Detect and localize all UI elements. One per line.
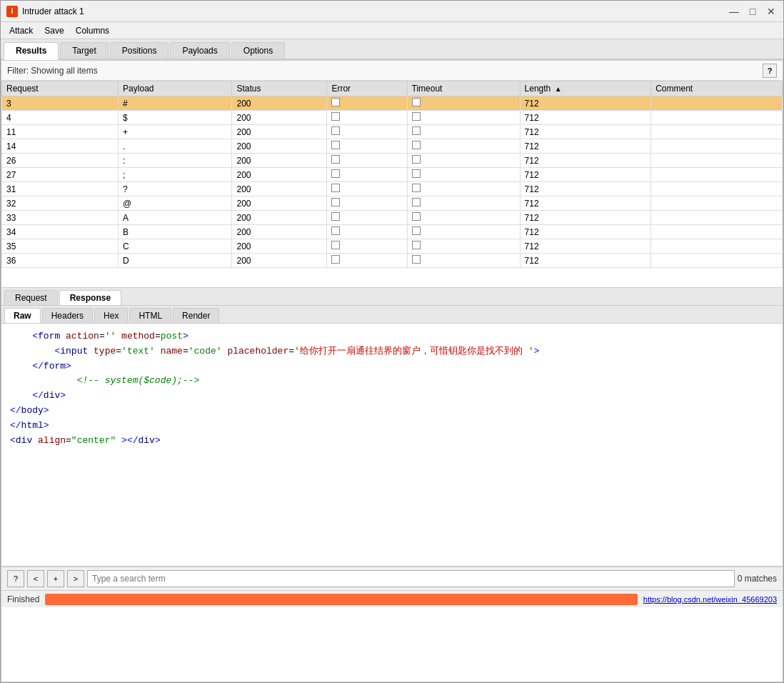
status-url[interactable]: https://blog.csdn.net/weixin_45669203 <box>643 595 777 604</box>
tab-results[interactable]: Results <box>4 42 59 60</box>
cell-status: 200 <box>232 254 327 268</box>
error-checkbox[interactable] <box>331 184 340 192</box>
prev-match-button[interactable]: < <box>27 570 44 587</box>
table-row[interactable]: 35C200712 <box>2 239 783 254</box>
cell-request: 26 <box>2 154 119 168</box>
tab-target[interactable]: Target <box>60 42 108 59</box>
table-row[interactable]: 27;200712 <box>2 168 783 182</box>
cell-request: 4 <box>2 111 119 125</box>
timeout-checkbox[interactable] <box>412 255 421 264</box>
cell-request: 3 <box>2 96 119 111</box>
error-checkbox[interactable] <box>331 126 340 135</box>
col-timeout[interactable]: Timeout <box>407 81 520 96</box>
col-comment[interactable]: Comment <box>651 81 783 96</box>
cell-comment <box>651 225 783 239</box>
cell-request: 32 <box>2 196 119 211</box>
cell-length: 712 <box>520 182 651 196</box>
timeout-checkbox[interactable] <box>412 226 421 235</box>
table-row[interactable]: 4$200712 <box>2 111 783 125</box>
tab-response[interactable]: Response <box>59 290 121 305</box>
col-status[interactable]: Status <box>232 81 327 96</box>
search-input[interactable] <box>87 570 735 587</box>
timeout-checkbox[interactable] <box>412 169 421 178</box>
timeout-checkbox[interactable] <box>412 184 421 192</box>
content-tab-headers[interactable]: Headers <box>42 308 93 323</box>
timeout-checkbox[interactable] <box>412 212 421 221</box>
error-checkbox[interactable] <box>331 155 340 164</box>
code-view[interactable]: <form action='' method=post> <input type… <box>1 324 783 567</box>
table-row[interactable]: 34B200712 <box>2 225 783 239</box>
error-checkbox[interactable] <box>331 241 340 249</box>
content-tab-raw[interactable]: Raw <box>4 308 41 323</box>
menu-attack[interactable]: Attack <box>4 24 39 37</box>
filter-bar: Filter: Showing all items ? <box>1 61 783 81</box>
cell-timeout <box>407 182 520 196</box>
error-checkbox[interactable] <box>331 98 340 106</box>
results-table-wrapper[interactable]: Request Payload Status Error Timeout Len… <box>1 81 783 288</box>
restore-button[interactable]: □ <box>746 5 759 18</box>
error-checkbox[interactable] <box>331 255 340 264</box>
col-length[interactable]: Length ▲ <box>520 81 651 96</box>
cell-error <box>327 182 407 196</box>
table-row[interactable]: 33A200712 <box>2 211 783 225</box>
cell-request: 34 <box>2 225 119 239</box>
tab-request[interactable]: Request <box>4 290 58 305</box>
help-search-button[interactable]: ? <box>7 570 24 587</box>
close-button[interactable]: ✕ <box>765 5 778 18</box>
table-row[interactable]: 26:200712 <box>2 154 783 168</box>
error-checkbox[interactable] <box>331 112 340 121</box>
error-checkbox[interactable] <box>331 198 340 206</box>
content-tab-render[interactable]: Render <box>173 308 219 323</box>
tab-positions[interactable]: Positions <box>110 42 169 59</box>
table-row[interactable]: 32@200712 <box>2 196 783 211</box>
timeout-checkbox[interactable] <box>412 98 421 106</box>
cell-payload: @ <box>119 196 232 211</box>
cell-status: 200 <box>232 239 327 254</box>
error-checkbox[interactable] <box>331 141 340 149</box>
tab-options[interactable]: Options <box>231 42 285 59</box>
timeout-checkbox[interactable] <box>412 112 421 121</box>
table-row[interactable]: 3#200712 <box>2 96 783 111</box>
add-highlight-button[interactable]: + <box>47 570 64 587</box>
table-row[interactable]: 36D200712 <box>2 254 783 268</box>
timeout-checkbox[interactable] <box>412 155 421 164</box>
app-icon: I <box>6 6 18 17</box>
code-line-4: <!-- system($code);--> <box>10 374 774 389</box>
app-window: I Intruder attack 1 — □ ✕ Attack Save Co… <box>0 0 784 683</box>
cell-payload: B <box>119 225 232 239</box>
cell-timeout <box>407 196 520 211</box>
timeout-checkbox[interactable] <box>412 126 421 135</box>
timeout-checkbox[interactable] <box>412 241 421 249</box>
cell-status: 200 <box>232 211 327 225</box>
cell-length: 712 <box>520 254 651 268</box>
timeout-checkbox[interactable] <box>412 141 421 149</box>
col-request[interactable]: Request <box>2 81 119 96</box>
menu-save[interactable]: Save <box>39 24 69 37</box>
content-tab-html[interactable]: HTML <box>129 308 171 323</box>
cell-request: 35 <box>2 239 119 254</box>
cell-payload: ? <box>119 182 232 196</box>
cell-status: 200 <box>232 154 327 168</box>
cell-payload: A <box>119 211 232 225</box>
timeout-checkbox[interactable] <box>412 198 421 206</box>
error-checkbox[interactable] <box>331 226 340 235</box>
code-line-8: <div align="center" ></div> <box>10 434 774 449</box>
cell-error <box>327 239 407 254</box>
minimize-button[interactable]: — <box>728 5 740 18</box>
help-button[interactable]: ? <box>763 64 777 78</box>
table-row[interactable]: 31?200712 <box>2 182 783 196</box>
table-row[interactable]: 14.200712 <box>2 139 783 154</box>
content-tab-hex[interactable]: Hex <box>94 308 128 323</box>
next-match-button[interactable]: > <box>67 570 84 587</box>
error-checkbox[interactable] <box>331 212 340 221</box>
tab-payloads[interactable]: Payloads <box>170 42 229 59</box>
main-content: Filter: Showing all items ? Request Payl… <box>1 60 783 682</box>
col-error[interactable]: Error <box>327 81 407 96</box>
col-payload[interactable]: Payload <box>119 81 232 96</box>
cell-comment <box>651 168 783 182</box>
cell-comment <box>651 125 783 139</box>
cell-timeout <box>407 111 520 125</box>
menu-columns[interactable]: Columns <box>70 24 115 37</box>
error-checkbox[interactable] <box>331 169 340 178</box>
table-row[interactable]: 11+200712 <box>2 125 783 139</box>
